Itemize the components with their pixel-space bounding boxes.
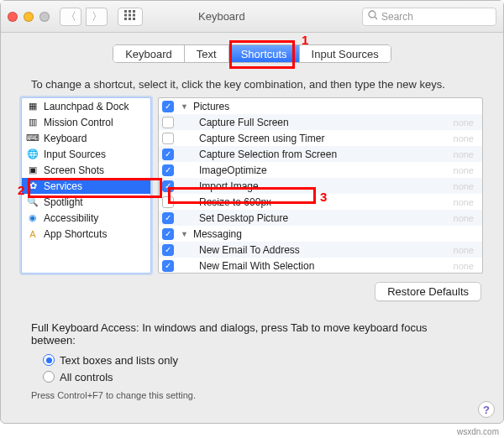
sidebar-item-label: App Shortcuts bbox=[44, 228, 107, 240]
svg-rect-4 bbox=[129, 14, 131, 17]
shortcut-value[interactable]: none bbox=[454, 213, 479, 223]
disclosure-triangle-icon[interactable]: ▼ bbox=[181, 230, 188, 238]
watermark: wsxdn.com bbox=[457, 427, 499, 436]
instruction-text: To change a shortcut, select it, click t… bbox=[31, 78, 486, 91]
group-label: Messaging bbox=[193, 228, 242, 240]
service-row[interactable]: ✓Set Desktop Picturenone bbox=[159, 210, 482, 226]
svg-rect-1 bbox=[129, 10, 131, 13]
annotation-number-2: 2 bbox=[18, 183, 24, 197]
group-row-messaging[interactable]: ✓ ▼ Messaging bbox=[159, 226, 482, 242]
keyboard-icon: ⌨ bbox=[27, 133, 39, 144]
svg-rect-0 bbox=[124, 10, 127, 13]
sidebar-item-label: Mission Control bbox=[44, 117, 113, 128]
svg-line-10 bbox=[375, 17, 377, 19]
restore-row: Restore Defaults bbox=[1, 282, 481, 301]
minimize-icon[interactable] bbox=[24, 12, 34, 22]
shortcut-value[interactable]: none bbox=[454, 261, 479, 271]
svg-rect-3 bbox=[124, 14, 127, 17]
checkbox[interactable]: ✓ bbox=[162, 101, 174, 112]
svg-point-9 bbox=[369, 11, 375, 18]
checkbox[interactable]: ✓ bbox=[162, 164, 174, 176]
svg-rect-8 bbox=[133, 18, 135, 20]
show-all-button[interactable] bbox=[118, 8, 143, 26]
shortcut-value[interactable]: none bbox=[454, 197, 479, 207]
close-icon[interactable] bbox=[8, 12, 18, 22]
grid-icon bbox=[124, 10, 136, 23]
checkbox[interactable]: ✓ bbox=[162, 244, 174, 256]
radio-label: All controls bbox=[60, 371, 113, 383]
shortcut-list[interactable]: ✓ ▼ Pictures Capture Full Screennone Cap… bbox=[158, 97, 483, 274]
annotation-box-1 bbox=[229, 40, 295, 69]
service-label: New Email To Address bbox=[199, 244, 300, 256]
mission-control-icon: ▥ bbox=[27, 117, 39, 128]
help-icon: ? bbox=[483, 404, 490, 416]
tab-input-sources[interactable]: Input Sources bbox=[300, 45, 391, 62]
service-row[interactable]: Capture Full Screennone bbox=[159, 114, 482, 130]
svg-rect-6 bbox=[124, 18, 127, 20]
sidebar-item-mission-control[interactable]: ▥Mission Control bbox=[22, 114, 150, 130]
radio-text-boxes[interactable]: Text boxes and lists only bbox=[43, 352, 503, 368]
shortcut-value[interactable]: none bbox=[454, 181, 479, 191]
radio-all-controls[interactable]: All controls bbox=[43, 368, 503, 385]
checkbox[interactable] bbox=[162, 117, 174, 128]
panes: ▦Launchpad & Dock ▥Mission Control ⌨Keyb… bbox=[21, 97, 483, 274]
service-row[interactable]: Capture Screen using Timernone bbox=[159, 130, 482, 146]
shortcut-value[interactable]: none bbox=[454, 133, 479, 143]
shortcut-value[interactable]: none bbox=[454, 245, 479, 255]
accessibility-icon: ◉ bbox=[27, 212, 39, 224]
radio-label: Text boxes and lists only bbox=[60, 354, 178, 367]
app-shortcuts-icon: A bbox=[27, 228, 39, 240]
checkbox[interactable]: ✓ bbox=[162, 149, 174, 160]
tab-text[interactable]: Text bbox=[185, 45, 229, 62]
chevron-right-icon: 〉 bbox=[92, 9, 102, 24]
sidebar-item-app-shortcuts[interactable]: AApp Shortcuts bbox=[22, 226, 150, 242]
sidebar-item-label: Launchpad & Dock bbox=[44, 101, 129, 112]
prefs-window: 〈 〉 Keyboard Search Keyboard Text Sho bbox=[0, 0, 504, 424]
sidebar-item-label: Keyboard bbox=[44, 133, 87, 144]
annotation-number-3: 3 bbox=[320, 190, 327, 204]
radio-icon bbox=[43, 371, 55, 383]
help-button[interactable]: ? bbox=[478, 401, 495, 418]
checkbox[interactable]: ✓ bbox=[162, 228, 174, 240]
checkbox[interactable]: ✓ bbox=[162, 260, 174, 272]
shortcut-value[interactable]: none bbox=[454, 149, 479, 159]
sidebar-item-screen-shots[interactable]: ▣Screen Shots bbox=[22, 162, 150, 178]
service-row[interactable]: ✓ImageOptimizenone bbox=[159, 162, 482, 178]
annotation-number-1: 1 bbox=[302, 33, 308, 47]
svg-rect-7 bbox=[129, 18, 131, 20]
checkbox[interactable]: ✓ bbox=[162, 212, 174, 224]
group-row-pictures[interactable]: ✓ ▼ Pictures bbox=[159, 98, 482, 114]
screenshot-icon: ▣ bbox=[27, 164, 39, 176]
service-row[interactable]: ✓New Email To Addressnone bbox=[159, 242, 482, 258]
forward-button[interactable]: 〉 bbox=[86, 8, 108, 26]
zoom-icon[interactable] bbox=[39, 12, 50, 22]
service-label: Set Desktop Picture bbox=[199, 212, 288, 224]
service-row[interactable]: ✓Capture Selection from Screennone bbox=[159, 146, 482, 162]
annotation-box-3 bbox=[168, 187, 316, 204]
sidebar-item-label: Accessibility bbox=[44, 212, 98, 224]
service-label: Capture Selection from Screen bbox=[199, 149, 337, 160]
shortcut-value[interactable]: none bbox=[454, 165, 479, 175]
sidebar-item-label: Input Sources bbox=[44, 149, 106, 160]
service-label: ImageOptimize bbox=[199, 164, 267, 176]
fka-radios: Text boxes and lists only All controls bbox=[43, 352, 503, 385]
globe-icon: 🌐 bbox=[27, 149, 39, 160]
sidebar-item-keyboard[interactable]: ⌨Keyboard bbox=[22, 130, 150, 146]
search-field[interactable]: Search bbox=[362, 8, 496, 26]
tab-keyboard[interactable]: Keyboard bbox=[113, 45, 185, 62]
search-icon bbox=[368, 10, 378, 23]
sidebar-item-label: Screen Shots bbox=[44, 164, 104, 176]
shortcut-value[interactable]: none bbox=[454, 117, 479, 128]
service-label: Capture Screen using Timer bbox=[199, 133, 324, 144]
restore-defaults-button[interactable]: Restore Defaults bbox=[375, 282, 481, 301]
back-button[interactable]: 〈 bbox=[60, 8, 81, 26]
sidebar-item-launchpad[interactable]: ▦Launchpad & Dock bbox=[22, 98, 150, 114]
radio-icon bbox=[43, 354, 55, 366]
traffic-lights bbox=[8, 12, 50, 22]
checkbox[interactable] bbox=[162, 133, 174, 144]
service-row[interactable]: ✓New Email With Selectionnone bbox=[159, 258, 482, 274]
sidebar-item-accessibility[interactable]: ◉Accessibility bbox=[22, 210, 150, 226]
titlebar: 〈 〉 Keyboard Search bbox=[1, 1, 503, 33]
sidebar-item-input-sources[interactable]: 🌐Input Sources bbox=[22, 146, 150, 162]
disclosure-triangle-icon[interactable]: ▼ bbox=[181, 102, 188, 111]
